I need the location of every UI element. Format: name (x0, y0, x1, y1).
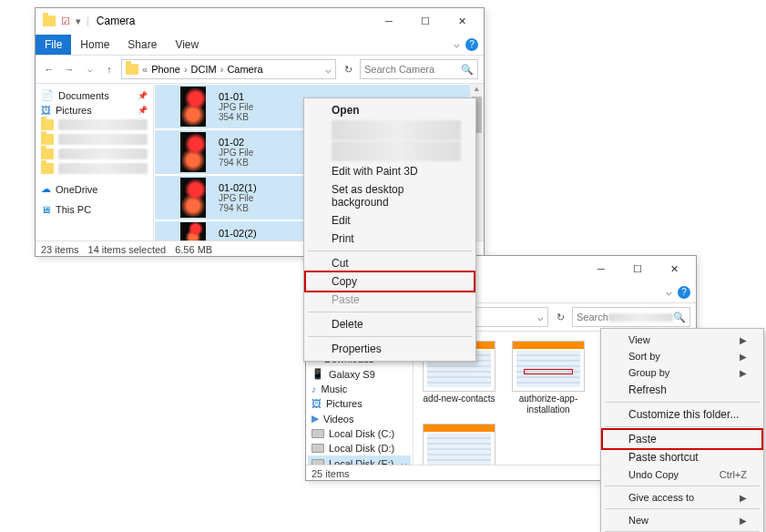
folder-app-icon (43, 15, 56, 26)
file-item[interactable]: authorize-app-installation (508, 341, 588, 414)
nav-music[interactable]: ♪Music (308, 382, 411, 396)
menu-paste[interactable]: Paste (601, 428, 763, 450)
nav-onedrive[interactable]: ☁OneDrive (37, 181, 151, 197)
menu-give-access[interactable]: Give access to▶ (603, 489, 761, 506)
file-thumbnail (180, 132, 206, 172)
status-count: 23 items (41, 244, 79, 255)
qat-sep: | (87, 15, 89, 26)
address-bar-row: ← → ⌵ ↑ « Phone› DCIM› Camera ⌵ ↻ Search… (36, 56, 484, 84)
file-thumbnail (180, 222, 206, 240)
up-button[interactable]: ↑ (101, 61, 117, 77)
menu-edit[interactable]: Edit (306, 211, 474, 230)
menu-properties[interactable]: Properties (306, 340, 474, 358)
nav-localc[interactable]: Local Disk (C:) (308, 426, 411, 441)
menu-blurred[interactable] (332, 120, 461, 140)
menu-set-bg[interactable]: Set as desktop background (306, 180, 474, 211)
menu-separator (308, 312, 472, 312)
menu-separator (605, 426, 760, 427)
help-icon[interactable]: ? (678, 286, 690, 299)
menu-paste-shortcut[interactable]: Paste shortcut (603, 448, 761, 466)
folder-icon (126, 64, 138, 75)
menu-undo-copy[interactable]: Undo CopyCtrl+Z (603, 466, 761, 483)
menu-view[interactable]: View▶ (603, 332, 761, 348)
tab-file[interactable]: File (36, 35, 71, 55)
search-input[interactable]: Search 🔍 (572, 307, 690, 327)
refresh-button[interactable]: ↻ (552, 309, 568, 325)
nav-locale[interactable]: Local Disk (E:)⌵ (308, 455, 411, 465)
menu-copy[interactable]: Copy (304, 271, 475, 292)
close-button[interactable]: ✕ (444, 10, 480, 32)
search-input[interactable]: Search Camera 🔍 (360, 59, 478, 79)
menu-edit-paint3d[interactable]: Edit with Paint 3D (306, 162, 474, 180)
file-thumbnail (423, 424, 495, 465)
nav-pictures[interactable]: 🖼Pictures📌 (37, 103, 151, 118)
status-selected: 14 items selected (88, 244, 167, 255)
tab-home[interactable]: Home (71, 35, 118, 55)
search-icon: 🔍 (461, 64, 474, 76)
ribbon-chevron-icon[interactable]: ⌵ (454, 38, 460, 50)
help-icon[interactable]: ? (465, 38, 478, 51)
tab-share[interactable]: Share (118, 35, 166, 55)
search-placeholder: Search (577, 312, 608, 322)
file-thumbnail (180, 87, 206, 127)
menu-separator (308, 336, 472, 337)
nav-blurred[interactable] (37, 161, 151, 176)
back-button[interactable]: ← (41, 61, 57, 77)
nav-blurred[interactable] (37, 118, 151, 132)
status-size: 6.56 MB (175, 244, 212, 255)
qat-icon[interactable]: ☑ (61, 15, 70, 27)
context-menu-file: Open Edit with Paint 3D Set as desktop b… (303, 97, 476, 362)
nav-locald[interactable]: Local Disk (D:) (308, 441, 411, 455)
menu-groupby[interactable]: Group by▶ (603, 364, 761, 381)
search-placeholder: Search Camera (364, 64, 434, 75)
ribbon: File Home Share View ⌵ ? (36, 34, 484, 56)
refresh-button[interactable]: ↻ (340, 61, 356, 77)
status-count: 25 items (312, 468, 350, 479)
breadcrumb-item[interactable]: Camera (227, 64, 262, 75)
menu-print[interactable]: Print (306, 230, 474, 248)
menu-paste[interactable]: Paste (306, 291, 474, 309)
tab-view[interactable]: View (166, 35, 208, 55)
nav-blurred[interactable] (37, 147, 151, 161)
chevron-down-icon[interactable]: ⌵ (81, 61, 97, 77)
nav-galaxy[interactable]: 📱Galaxy S9 (308, 366, 411, 382)
titlebar: ☑ ▾ | Camera ─ ☐ ✕ (36, 8, 484, 34)
context-menu-blank: View▶ Sort by▶ Group by▶ Refresh Customi… (600, 328, 764, 532)
menu-sortby[interactable]: Sort by▶ (603, 348, 761, 364)
file-item[interactable] (419, 424, 499, 465)
close-button[interactable]: ✕ (656, 258, 692, 280)
menu-new[interactable]: New▶ (603, 512, 761, 528)
file-thumbnail (512, 341, 585, 392)
menu-cut[interactable]: Cut (306, 254, 474, 272)
nav-pictures[interactable]: 🖼Pictures (308, 396, 411, 411)
menu-separator (605, 508, 760, 509)
menu-blurred[interactable] (332, 141, 461, 161)
breadcrumb-item[interactable]: Phone (151, 64, 180, 75)
qat-icon[interactable]: ▾ (76, 15, 81, 27)
window-title: Camera (97, 15, 136, 27)
minimize-button[interactable]: ─ (583, 258, 619, 280)
breadcrumb[interactable]: « Phone› DCIM› Camera ⌵ (121, 59, 336, 79)
maximize-button[interactable]: ☐ (407, 10, 444, 32)
forward-button[interactable]: → (61, 61, 77, 77)
search-icon: 🔍 (673, 312, 686, 323)
menu-separator (605, 402, 760, 403)
nav-documents[interactable]: 📄Documents📌 (37, 87, 151, 103)
menu-open[interactable]: Open (306, 101, 474, 119)
menu-delete[interactable]: Delete (306, 315, 474, 333)
menu-separator (605, 486, 760, 486)
menu-customize[interactable]: Customize this folder... (603, 405, 761, 424)
ribbon-chevron-icon[interactable]: ⌵ (666, 286, 672, 298)
file-thumbnail (180, 178, 206, 218)
minimize-button[interactable]: ─ (371, 10, 407, 32)
nav-pane: 📄Documents📌 🖼Pictures📌 ☁OneDrive 🖥This P… (36, 84, 154, 240)
maximize-button[interactable]: ☐ (619, 258, 656, 280)
breadcrumb-item[interactable]: DCIM (191, 64, 217, 75)
nav-videos[interactable]: ▶Videos (308, 411, 411, 426)
nav-blurred[interactable] (37, 132, 151, 147)
nav-thispc[interactable]: 🖥This PC (37, 202, 151, 217)
menu-refresh[interactable]: Refresh (603, 381, 761, 399)
menu-separator (308, 251, 472, 251)
